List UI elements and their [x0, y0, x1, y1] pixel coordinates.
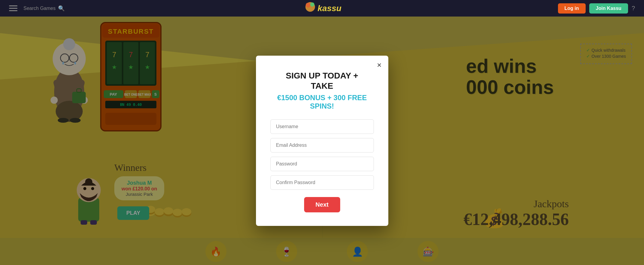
modal-close-button[interactable]: × — [377, 61, 381, 69]
search-area: Search Games 🔍 — [23, 5, 65, 12]
email-group — [270, 138, 374, 153]
password-group — [270, 157, 374, 171]
email-input[interactable] — [270, 138, 374, 153]
modal-overlay: × SIGN UP TODAY + TAKE €1500 BONUS + 300… — [0, 17, 644, 265]
main-content: ✓ Quick withdrawals ✓ Over 1300 Games ed… — [0, 17, 644, 265]
header: Search Games 🔍 kassu Log in Join Kassu ? — [0, 0, 644, 17]
modal-title-line1: SIGN UP TODAY + — [286, 71, 358, 80]
next-button[interactable]: Next — [304, 197, 340, 212]
modal-subtitle: €1500 BONUS + 300 FREE SPINS! — [270, 94, 374, 110]
signup-modal: × SIGN UP TODAY + TAKE €1500 BONUS + 300… — [256, 56, 388, 226]
confirm-password-group — [270, 175, 374, 190]
logo-text: kassu — [318, 4, 341, 13]
header-right: Log in Join Kassu ? — [558, 3, 635, 14]
header-logo: kassu — [303, 2, 341, 15]
hamburger-menu[interactable] — [9, 5, 17, 11]
modal-title: SIGN UP TODAY + TAKE — [270, 71, 374, 91]
username-group — [270, 119, 374, 134]
logo-icon — [303, 2, 318, 15]
header-left: Search Games 🔍 — [9, 5, 65, 12]
svg-point-2 — [310, 2, 314, 7]
username-input[interactable] — [270, 119, 374, 134]
confirm-password-input[interactable] — [270, 175, 374, 190]
svg-point-1 — [306, 3, 310, 8]
join-button[interactable]: Join Kassu — [589, 3, 628, 14]
login-button[interactable]: Log in — [558, 3, 586, 14]
modal-title-line2: TAKE — [311, 81, 333, 91]
help-icon[interactable]: ? — [632, 5, 635, 12]
search-icon[interactable]: 🔍 — [58, 5, 65, 12]
password-input[interactable] — [270, 157, 374, 171]
search-label: Search Games — [23, 6, 56, 11]
